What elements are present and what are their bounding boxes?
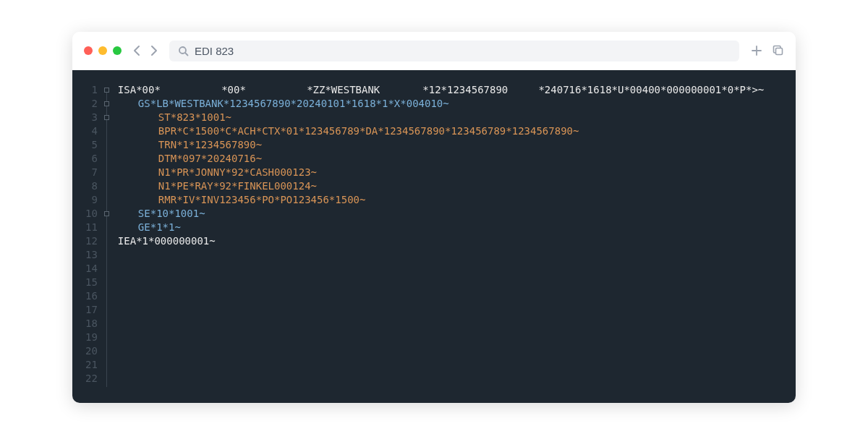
line-number: 20: [85, 344, 98, 358]
fold-toggle[interactable]: [104, 101, 109, 106]
fold-toggle[interactable]: [104, 211, 109, 216]
search-input[interactable]: [195, 45, 731, 57]
line-number: 6: [85, 152, 98, 166]
line-number: 17: [85, 303, 98, 317]
line-number: 15: [85, 276, 98, 289]
nav-arrows: [133, 45, 158, 56]
nav-forward-button[interactable]: [150, 45, 158, 56]
code-line[interactable]: ST*823*1001~: [118, 111, 796, 124]
code-line-empty[interactable]: [118, 358, 796, 372]
line-number: 14: [85, 262, 98, 276]
new-tab-button[interactable]: [751, 45, 762, 56]
fold-guide-line: [106, 90, 107, 387]
code-line-empty[interactable]: [118, 289, 796, 303]
titlebar: [72, 32, 796, 70]
code-line[interactable]: ISA*00* *00* *ZZ*WESTBANK *12*1234567890…: [118, 83, 796, 97]
line-number: 18: [85, 317, 98, 331]
code-line-empty[interactable]: [118, 248, 796, 262]
code-area[interactable]: ISA*00* *00* *ZZ*WESTBANK *12*1234567890…: [118, 83, 796, 387]
line-number: 16: [85, 289, 98, 303]
chevron-left-icon: [133, 45, 141, 56]
copy-button[interactable]: [773, 45, 784, 56]
line-number: 22: [85, 372, 98, 386]
code-line[interactable]: BPR*C*1500*C*ACH*CTX*01*123456789*DA*123…: [118, 124, 796, 138]
copy-icon: [773, 45, 784, 56]
line-number: 4: [85, 124, 98, 138]
fold-column: [103, 83, 118, 387]
search-box[interactable]: [169, 41, 739, 61]
app-window: 12345678910111213141516171819202122 ISA*…: [72, 32, 796, 403]
line-number: 1: [85, 83, 98, 97]
code-line[interactable]: IEA*1*000000001~: [118, 234, 796, 248]
close-window-button[interactable]: [84, 46, 93, 55]
line-number: 8: [85, 179, 98, 193]
line-number: 9: [85, 193, 98, 207]
code-line-empty[interactable]: [118, 331, 796, 344]
line-number: 7: [85, 166, 98, 179]
traffic-lights: [84, 46, 122, 55]
code-line-empty[interactable]: [118, 372, 796, 386]
code-line[interactable]: N1*PR*JONNY*92*CASH000123~: [118, 166, 796, 179]
line-number: 21: [85, 358, 98, 372]
code-line[interactable]: RMR*IV*INV123456*PO*PO123456*1500~: [118, 193, 796, 207]
nav-back-button[interactable]: [133, 45, 141, 56]
line-number: 12: [85, 234, 98, 248]
chevron-right-icon: [150, 45, 158, 56]
line-number: 19: [85, 331, 98, 344]
code-line[interactable]: N1*PE*RAY*92*FINKEL000124~: [118, 179, 796, 193]
code-editor[interactable]: 12345678910111213141516171819202122 ISA*…: [72, 70, 796, 403]
maximize-window-button[interactable]: [113, 46, 122, 55]
line-number: 10: [85, 207, 98, 221]
code-line-empty[interactable]: [118, 262, 796, 276]
code-line[interactable]: GS*LB*WESTBANK*1234567890*20240101*1618*…: [118, 97, 796, 111]
code-line[interactable]: SE*10*1001~: [118, 207, 796, 221]
svg-rect-1: [776, 48, 783, 55]
line-number: 3: [85, 111, 98, 124]
code-line-empty[interactable]: [118, 303, 796, 317]
line-number: 13: [85, 248, 98, 262]
code-line[interactable]: TRN*1*1234567890~: [118, 138, 796, 152]
fold-toggle[interactable]: [104, 88, 109, 93]
code-line-empty[interactable]: [118, 344, 796, 358]
titlebar-actions: [751, 45, 784, 56]
code-line[interactable]: GE*1*1~: [118, 221, 796, 234]
fold-toggle[interactable]: [104, 115, 109, 120]
code-line-empty[interactable]: [118, 317, 796, 331]
line-number-gutter: 12345678910111213141516171819202122: [72, 83, 103, 387]
plus-icon: [751, 45, 762, 56]
code-line-empty[interactable]: [118, 276, 796, 289]
search-icon: [178, 46, 189, 56]
line-number: 2: [85, 97, 98, 111]
minimize-window-button[interactable]: [98, 46, 107, 55]
line-number: 5: [85, 138, 98, 152]
line-number: 11: [85, 221, 98, 234]
code-line[interactable]: DTM*097*20240716~: [118, 152, 796, 166]
